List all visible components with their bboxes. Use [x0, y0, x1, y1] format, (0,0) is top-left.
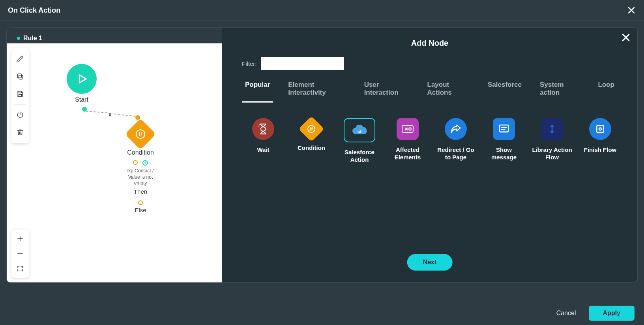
close-icon: [622, 33, 630, 42]
category-tab-layout-actions[interactable]: Layout Actions: [424, 81, 473, 102]
node-label: Salesforce Action: [338, 149, 381, 164]
connector-x-label[interactable]: x: [109, 111, 112, 118]
node-label: Show message: [483, 146, 525, 161]
filter-input[interactable]: [261, 57, 344, 70]
node-item-finish-flow[interactable]: Finish Flow: [579, 118, 622, 164]
start-node-icon: [67, 64, 97, 94]
svg-rect-6: [597, 125, 604, 133]
wait-icon: [252, 118, 274, 140]
expand-icon: [17, 265, 24, 272]
minus-icon: [17, 250, 24, 257]
redirect-icon: [445, 118, 467, 140]
condition-icon: If: [125, 118, 156, 149]
trash-icon: [16, 128, 24, 136]
apply-button[interactable]: Apply: [589, 306, 635, 321]
condition-else-label: Else: [123, 207, 158, 213]
svg-point-7: [599, 128, 601, 130]
condition-input-port[interactable]: [135, 115, 140, 120]
flow-canvas[interactable]: Start x If Condition + lkp Contact / Val…: [7, 43, 637, 282]
node-item-redirect[interactable]: Redirect / Go to Page: [434, 118, 477, 164]
tab-status-dot: [17, 37, 20, 40]
category-tab-salesforce[interactable]: Salesforce: [485, 81, 525, 102]
close-modal-button[interactable]: [627, 6, 636, 15]
node-label: Redirect / Go to Page: [434, 146, 477, 161]
modal-footer: Cancel Apply: [0, 301, 644, 325]
canvas-toolbar: [11, 48, 29, 143]
condition-then-label: Then: [123, 188, 158, 195]
plus-icon: [17, 235, 24, 242]
affected-elements-icon: [397, 118, 419, 140]
node-item-wait[interactable]: Wait: [242, 118, 285, 164]
copy-icon: [16, 73, 24, 80]
pencil-icon: [16, 55, 24, 63]
salesforce-icon: sf: [344, 118, 375, 142]
category-tab-user-interaction[interactable]: User Interaction: [361, 81, 412, 102]
node-label: Finish Flow: [579, 146, 622, 154]
condition-icon: If: [298, 116, 324, 142]
node-grid: Wait If Condition sf Salesforc: [222, 102, 637, 164]
modal-title: On Click Action: [8, 6, 60, 15]
node-item-condition[interactable]: If Condition: [290, 118, 333, 164]
filter-label: Filter:: [242, 60, 257, 67]
start-node[interactable]: Start: [66, 64, 97, 103]
start-node-label: Start: [66, 96, 97, 103]
next-button[interactable]: Next: [407, 254, 453, 271]
cancel-button[interactable]: Cancel: [556, 310, 576, 317]
svg-rect-1: [17, 74, 21, 78]
main-panel: Rule 1 + New Rule: [6, 27, 638, 283]
zoom-out-button[interactable]: [11, 246, 29, 261]
node-item-show-message[interactable]: Show message: [483, 118, 525, 164]
category-tab-element-interactivity[interactable]: Element Interactivity: [285, 81, 349, 102]
condition-output-port[interactable]: [133, 160, 138, 165]
delete-button[interactable]: [11, 123, 29, 141]
category-tabs: Popular Element Interactivity User Inter…: [222, 70, 637, 102]
library-icon: [541, 118, 563, 140]
add-node-title: Add Node: [222, 28, 637, 48]
connector-line: [114, 114, 136, 117]
category-tab-system-action[interactable]: System action: [537, 81, 583, 102]
node-label: Wait: [242, 146, 285, 154]
save-button[interactable]: [11, 85, 29, 103]
category-tab-popular[interactable]: Popular: [242, 81, 273, 102]
svg-rect-0: [19, 75, 23, 79]
close-panel-button[interactable]: [622, 33, 630, 42]
power-button[interactable]: [11, 106, 29, 123]
svg-point-4: [409, 128, 411, 130]
condition-expression: lkp Contact / Value Is not empty: [123, 168, 158, 187]
finish-icon: [589, 118, 611, 140]
close-icon: [627, 6, 635, 14]
node-label: Library Action Flow: [531, 146, 573, 161]
node-label: Affected Elements: [386, 146, 429, 161]
condition-node[interactable]: If Condition + lkp Contact / Value Is no…: [123, 121, 158, 213]
node-label: Condition: [290, 144, 333, 152]
fullscreen-button[interactable]: [11, 261, 29, 276]
condition-label: Condition: [123, 149, 158, 156]
node-item-affected-elements[interactable]: Affected Elements: [386, 118, 429, 164]
edit-button[interactable]: [11, 50, 29, 68]
node-item-library-action[interactable]: Library Action Flow: [531, 118, 573, 164]
node-item-salesforce-action[interactable]: sf Salesforce Action: [338, 118, 381, 164]
connector-line: [86, 111, 107, 113]
category-tab-loop[interactable]: Loop: [595, 81, 618, 102]
add-node-panel: Add Node Filter: Popular Element Interac…: [222, 28, 637, 282]
power-icon: [16, 111, 24, 119]
condition-add-port[interactable]: +: [142, 160, 148, 166]
copy-button[interactable]: [11, 68, 29, 85]
condition-else-port[interactable]: [138, 200, 143, 205]
tab-label: Rule 1: [23, 35, 42, 42]
message-icon: [493, 118, 515, 140]
zoom-toolbar: [11, 230, 29, 278]
svg-text:sf: sf: [358, 129, 361, 134]
play-icon: [75, 72, 88, 86]
zoom-in-button[interactable]: [11, 231, 29, 246]
svg-rect-5: [500, 125, 509, 132]
save-icon: [16, 90, 24, 98]
